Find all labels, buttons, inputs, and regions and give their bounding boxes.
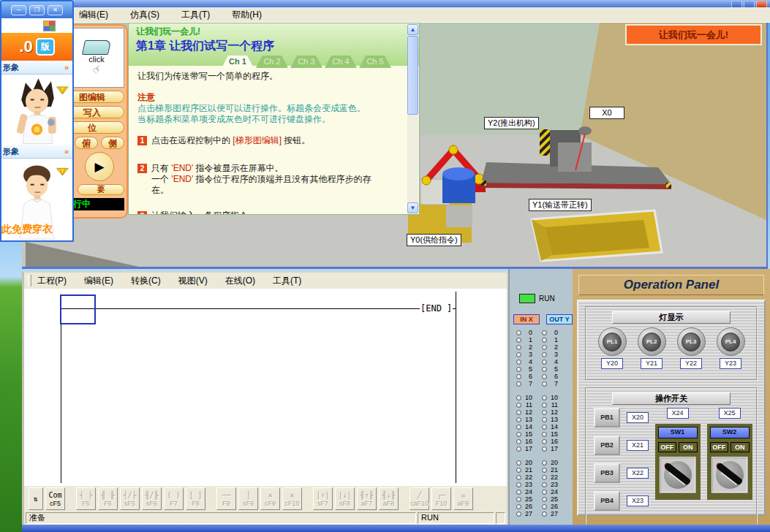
palette-icon[interactable] [43,20,56,31]
toolbar-button-caF10[interactable]: ╱caF10 [409,487,429,510]
io-row: 22 [516,343,573,351]
app-menu-item[interactable]: 编辑(E) [79,9,108,21]
lamp-face[interactable]: PL2 [642,332,661,352]
push-button-pb2[interactable]: PB2 [594,436,620,455]
toolbar-button-sF9[interactable]: │sF9 [238,487,258,510]
overlay-titlebar[interactable]: ─ ❐ ✕ [1,1,72,18]
view-button[interactable]: 俯 [75,137,98,149]
toolbar-button-cF5[interactable]: ComcF5 [45,487,65,510]
toolbar-key-label: sF7 [317,500,328,508]
io-monitor: RUN IN X OUT Y 0011223344556677101011111… [508,269,573,526]
input-led [516,425,521,430]
toolbar-button-sF5[interactable]: ┤/├sF5 [120,487,140,510]
tab-ch1[interactable]: Ch 1 [222,56,254,68]
toolbar-button-cF9[interactable]: ✕cF9 [260,487,280,510]
rotary-off-label[interactable]: OFF [710,442,729,452]
rotary-knob[interactable] [660,457,696,493]
toolbar-button-F8[interactable]: [ ]F8 [186,487,205,510]
avatar-section-header-1[interactable]: 形象 » [1,61,72,75]
overlay-maximize-button[interactable]: ❐ [29,5,45,15]
step-line: 在。 [151,185,371,196]
app-menu-item[interactable]: 工具(T) [181,9,210,21]
scroll-up-arrow[interactable]: ▲ [407,24,418,35]
editor-menu-item[interactable]: 转换(C) [131,275,161,287]
scroll-thumb[interactable] [407,36,418,115]
help-click-box[interactable]: click ☞ [69,28,124,88]
avatar-area-1[interactable] [1,75,72,145]
lamp-bezel: PL2 [638,327,666,356]
ladder-canvas[interactable]: [END ] [24,289,507,486]
input-number: 7 [521,380,532,387]
editor-menu-item[interactable]: 编辑(E) [84,275,113,287]
toolbar-key-label: F8 [192,500,200,508]
toolbar-button-F5[interactable]: ┤ ├F5 [76,487,96,510]
tab-ch5[interactable]: Ch 5 [359,56,391,68]
input-number: 1 [521,336,532,343]
output-number: 16 [547,438,558,445]
io-group: 20202121222223232424252526262727 [516,459,573,517]
view-button[interactable]: 侧 [101,137,124,149]
output-led [542,374,547,379]
avatar-section-header-2[interactable]: 形象 » [1,145,72,159]
rotary-address: X25 [719,408,741,419]
toolbar-button-F6[interactable]: ╢ ╟F6 [98,487,118,510]
rotary-on-label[interactable]: ON [679,442,698,452]
toolbar-icon: ✕ [268,490,272,500]
summary-button[interactable]: 要 [78,184,124,195]
toolbar-button-sF6[interactable]: ╢/╟sF6 [142,487,162,510]
run-indicator: RUN [519,294,573,303]
toolbar-button-F7[interactable]: ( )F7 [164,487,184,510]
toolbar-button-F10[interactable]: ┌─F10 [431,487,451,510]
toolbar-icon: Com [48,490,61,500]
overlay-minimize-button[interactable]: ─ [11,5,26,15]
editor-menu-item[interactable]: 工程(P) [37,275,67,287]
version-banner[interactable]: .0 版 [1,33,72,61]
push-button-pb4[interactable]: PB4 [594,491,620,511]
input-led [516,330,521,335]
push-button-pb3[interactable]: PB3 [594,463,620,483]
lamp-face[interactable]: PL1 [603,332,622,352]
overlay-close-button[interactable]: ✕ [48,5,63,15]
lamp-face[interactable]: PL4 [721,332,740,352]
lamp-address: Y23 [720,358,741,369]
lamp-face[interactable]: PL3 [682,332,701,352]
step-line: 一个 'END' 指令位于程序的顶端并且没有其他程序步的存 [151,174,371,185]
editor-menu-item[interactable]: 视图(V) [178,275,208,287]
avatar-area-2[interactable]: 此免费穿衣 [1,159,72,240]
output-number: 25 [547,495,558,503]
toolbar-button-aF9[interactable]: ☒aF9 [453,487,473,510]
rotary-knob[interactable] [712,457,748,493]
run-label: RUN [539,294,555,303]
note-title: 注意 [137,92,401,103]
toolbar-button-sF7[interactable]: |↑|sF7 [313,487,333,510]
tab-ch3[interactable]: Ch 3 [290,56,322,68]
io-row: 44 [516,358,573,365]
tutorial-scrollbar[interactable]: ▲ ▼ [407,24,418,213]
tab-ch2[interactable]: Ch 2 [256,56,288,68]
toolbar-button-aF7[interactable]: ╢↑╟aF7 [357,487,377,510]
app-menubar: 编辑(E)仿真(S)工具(T)帮助(H) [0,7,770,23]
lamp-section: 灯显示 PL1Y20PL2Y21PL3Y22PL4Y23 [585,306,758,381]
editor-menu-item[interactable]: 工具(T) [273,275,301,287]
app-menu-item[interactable]: 仿真(S) [130,9,159,21]
input-led [516,352,521,357]
promo-text[interactable]: 此免费穿衣 [1,223,53,236]
ladder-cursor[interactable] [60,294,96,324]
scroll-down-arrow[interactable]: ▼ [407,202,418,213]
app-menu-item[interactable]: 帮助(H) [232,9,262,21]
rotary-on-label[interactable]: ON [731,442,750,452]
rotary-off-label[interactable]: OFF [658,442,677,452]
lamp-address: Y21 [641,358,663,369]
table-edge [26,242,139,267]
toolbar-button-cF10[interactable]: ✕cF10 [282,487,302,510]
play-button[interactable]: ▶ [85,152,114,181]
toolbar-button-F9[interactable]: ──F9 [216,487,236,510]
rotary-switch-area: X24SW1OFFONX25SW2OFFON [651,408,756,528]
tab-ch4[interactable]: Ch 4 [325,56,357,68]
toolbar-button-sF8[interactable]: |↓|sF8 [335,487,355,510]
toolbar-button-aF8[interactable]: ╢↓╟aF8 [379,487,399,510]
push-button-pb1[interactable]: PB1 [594,408,620,428]
editor-menu-item[interactable]: 在线(O) [225,275,255,287]
input-led [516,367,521,372]
toolbar-button-toggle[interactable]: ⇅ [29,487,43,510]
